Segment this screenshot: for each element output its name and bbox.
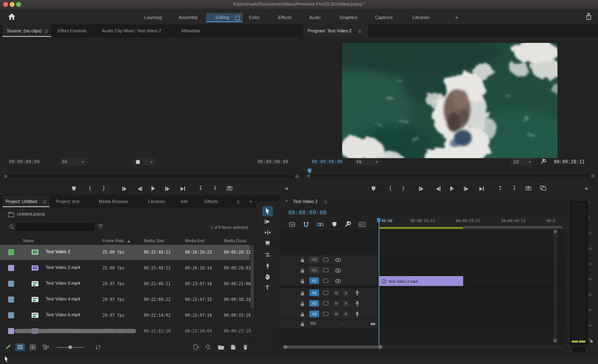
column-header-media-start[interactable]: Media Start [144, 239, 164, 243]
row-label-color[interactable] [8, 249, 14, 255]
workspace-tab-learning[interactable]: Learning [145, 15, 162, 20]
snap-magnet-icon[interactable] [303, 222, 309, 227]
row-label-color[interactable] [8, 328, 14, 334]
linked-selection-icon[interactable] [317, 222, 323, 227]
timeline-playhead-line[interactable] [379, 218, 379, 345]
tab-program[interactable]: Program: Test Video 2 [308, 28, 351, 33]
program-settings-wrench-icon[interactable] [540, 159, 546, 165]
track-select-forward-tool[interactable] [264, 219, 271, 224]
source-scrubber-left-handle[interactable] [4, 175, 7, 178]
sort-icons-button[interactable] [96, 345, 101, 350]
workspace-editing-menu-icon[interactable] [235, 16, 240, 20]
automate-to-sequence-button[interactable] [194, 345, 200, 350]
mute-button[interactable]: M [334, 290, 339, 296]
track-target-v2[interactable]: V2 [309, 267, 319, 273]
timeline-tab-menu-icon[interactable]: ☰ [324, 200, 327, 204]
timeline-settings-wrench-icon[interactable] [344, 221, 351, 228]
program-zoom-dropdown[interactable]: Fit▼ [354, 158, 380, 165]
workspace-tab-editing[interactable]: Editing [215, 15, 229, 20]
program-step-forward-button[interactable] [464, 186, 468, 191]
tab-project-test[interactable]: Project: test [56, 199, 79, 204]
row-name[interactable]: Test Video 4.mp4 [46, 296, 80, 301]
program-goto-out-button[interactable] [479, 186, 484, 191]
program-resolution-dropdown[interactable]: 1/2▼ [511, 158, 534, 165]
source-scrubber-right-handle[interactable] [295, 175, 298, 178]
source-export-frame-button[interactable] [227, 186, 232, 190]
row-name[interactable]: Test Video 2.mp4 [46, 265, 80, 270]
pen-tool[interactable] [265, 263, 270, 269]
solo-button[interactable]: S [343, 290, 349, 296]
workspace-tab-audio[interactable]: Audio [309, 15, 321, 20]
fit-sequence-icon[interactable] [370, 322, 376, 326]
mic-icon[interactable] [355, 311, 359, 317]
workspace-tab-color[interactable]: Color [249, 15, 260, 20]
track-output-eye-icon[interactable] [335, 258, 341, 262]
tab-project-untitled[interactable]: Project: Untitled [6, 199, 37, 204]
track-output-eye-icon[interactable] [335, 279, 341, 283]
track-output-eye-icon[interactable] [335, 269, 341, 273]
timeline-zoom-scrollbar[interactable] [463, 226, 563, 229]
program-extract-button[interactable]: ↧ [512, 185, 517, 191]
source-goto-out-button[interactable] [181, 186, 185, 191]
project-tab-overflow-icon[interactable]: » [249, 199, 252, 204]
workspace-tab-libraries[interactable]: Libraries [413, 15, 430, 20]
ripple-edit-tool[interactable] [264, 230, 271, 235]
program-add-marker-button[interactable] [372, 186, 375, 191]
column-header-name[interactable]: Name [23, 239, 34, 243]
table-row[interactable]: Test Video 5.mp4 29.97 fps 00:22:14:02 0… [0, 308, 255, 323]
column-header-frame-rate[interactable]: Frame Rate [102, 239, 124, 243]
timeline-vscrollbar-bottom-handle[interactable] [553, 339, 557, 343]
column-header-media-duration[interactable]: Media Durat [224, 239, 246, 243]
slip-tool[interactable] [264, 252, 271, 257]
sync-lock-icon[interactable] [323, 291, 328, 295]
program-step-back-button[interactable] [436, 186, 441, 191]
sync-lock-icon[interactable] [323, 268, 328, 272]
table-row[interactable]: Test Video 2.mp4 25.00 fps 00:25:48:12 0… [0, 260, 255, 276]
source-step-back-button[interactable] [138, 186, 142, 191]
mic-icon[interactable] [355, 290, 359, 296]
program-mark-in-button[interactable]: { [389, 185, 392, 191]
program-mark-out-button[interactable]: } [402, 185, 405, 191]
icon-view-button[interactable] [30, 345, 36, 350]
timeline-vscrollbar-top-handle[interactable] [553, 230, 557, 233]
source-goto-in-button[interactable] [122, 186, 127, 191]
sync-lock-icon[interactable] [323, 279, 328, 283]
program-scrubber-left-handle[interactable] [307, 174, 310, 178]
timeline-hscrollbar-right-handle[interactable] [378, 345, 382, 349]
workspace-overflow-icon[interactable]: » [455, 15, 458, 20]
project-search-input[interactable] [16, 223, 94, 231]
program-tab-menu-icon[interactable]: ☰ [358, 30, 361, 34]
source-mark-out-button[interactable]: } [102, 185, 105, 191]
selection-tool[interactable] [265, 207, 270, 215]
row-label-color[interactable] [8, 281, 14, 287]
workspace-tab-effects[interactable]: Effects [278, 15, 292, 20]
project-panel-drawer-icon[interactable]: ☰ [236, 200, 240, 204]
source-overwrite-button[interactable]: ⇓ [213, 185, 217, 191]
table-row[interactable]: Test Video 4.mp4 29.97 fps 00:22:08:22 0… [0, 292, 255, 307]
program-goto-in-button[interactable] [419, 186, 423, 191]
table-row[interactable]: Test Video 2 25.00 fps 00:25:48:12 00:26… [0, 245, 255, 260]
type-tool[interactable]: T [266, 284, 269, 291]
row-name[interactable]: Test Video 5.mp4 [46, 312, 80, 317]
row-label-color[interactable] [8, 312, 14, 318]
track-target-a3[interactable]: A3 [309, 311, 319, 317]
track-target-v3[interactable]: V3 [309, 256, 319, 263]
project-hscrollbar-thumb[interactable] [15, 329, 136, 333]
row-name[interactable]: Test Video 3.mp4 [46, 281, 80, 286]
tab-timeline-sequence[interactable]: Test Video 2 [293, 199, 317, 204]
new-bin-button[interactable] [218, 345, 224, 350]
project-breadcrumb[interactable]: Untitled.prproj [17, 212, 45, 216]
home-icon[interactable] [8, 13, 16, 20]
tab-info[interactable]: Info [181, 199, 188, 204]
row-label-color[interactable] [8, 296, 14, 303]
program-play-button[interactable] [450, 186, 454, 191]
program-comparison-view-button[interactable] [540, 186, 546, 190]
hand-tool[interactable] [265, 274, 270, 280]
tab-effects[interactable]: Effects [204, 199, 218, 204]
source-play-button[interactable] [151, 186, 155, 191]
freeform-view-button[interactable] [43, 345, 49, 350]
track-target-v1[interactable]: V1 [309, 277, 319, 284]
timeline-ruler[interactable]: 00:00 00:00:14:23 00:00:29:23 00:00:44:2… [379, 217, 566, 225]
tab-metadata[interactable]: Metadata [181, 28, 200, 33]
source-add-marker-button[interactable] [72, 186, 76, 191]
